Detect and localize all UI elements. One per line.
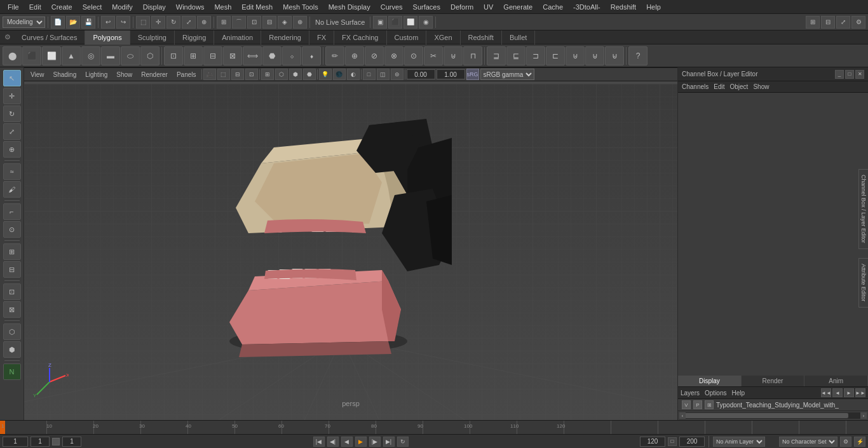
color-mgmt-btn[interactable]: sRG <box>466 69 479 80</box>
scale-value[interactable] <box>437 69 465 79</box>
tab-redshift[interactable]: Redshift <box>461 31 502 44</box>
tabs-gear[interactable]: ⚙ <box>1 31 14 44</box>
layers-menu[interactable]: Layers <box>681 390 700 397</box>
menu-edit[interactable]: Edit <box>24 2 46 12</box>
snap-view[interactable]: ⊟ <box>262 16 276 29</box>
tab-fx-caching[interactable]: FX Caching <box>334 31 386 44</box>
menu-3dtoa[interactable]: -3DtoAll- <box>568 2 606 12</box>
skip-to-end-btn[interactable]: ▶| <box>383 437 395 447</box>
window-settings[interactable]: ⊞ <box>806 16 820 29</box>
new-scene-button[interactable]: 📄 <box>51 16 65 29</box>
layer-nav-prev-prev[interactable]: ◄◄ <box>821 388 831 397</box>
rotate-tool-btn[interactable]: ↻ <box>3 105 21 122</box>
shelf-wedge[interactable]: ⊓ <box>463 46 482 65</box>
tab-rendering[interactable]: Rendering <box>261 31 309 44</box>
frame-selected[interactable]: ⊡ <box>245 69 258 80</box>
shelf-cut[interactable]: ✂ <box>424 46 443 65</box>
shelf-fill[interactable]: ⬦ <box>282 46 301 65</box>
universal-tool[interactable]: ⊕ <box>197 16 211 29</box>
scroll-right-btn[interactable]: › <box>860 412 867 419</box>
loop-btn[interactable]: ↻ <box>397 437 409 447</box>
paint-weights-btn[interactable]: 🖌 <box>3 181 21 198</box>
redo-button[interactable]: ↪ <box>116 16 130 29</box>
grid-toggle[interactable]: ⊞ <box>261 69 274 80</box>
menu-cache[interactable]: Cache <box>538 2 568 12</box>
cb-expand[interactable]: □ <box>845 70 854 79</box>
shading-menu[interactable]: Shading <box>50 71 81 78</box>
view-menu[interactable]: View <box>27 71 48 78</box>
play-fwd-btn[interactable]: ▶ <box>355 437 367 447</box>
layer-visibility-v[interactable]: V <box>682 400 691 409</box>
menu-help[interactable]: Help <box>641 2 666 12</box>
camera-img-plane[interactable]: 🎥 <box>203 69 216 80</box>
render-region[interactable]: ▣ <box>373 16 387 29</box>
menu-surfaces[interactable]: Surfaces <box>408 2 445 12</box>
play-back-btn[interactable]: ◀ <box>341 437 353 447</box>
move-tool[interactable]: ✛ <box>151 16 165 29</box>
snap-point[interactable]: ⊡ <box>247 16 261 29</box>
layer-name-label[interactable]: Typodont_Teaching_Studying_Model_with_ <box>716 402 864 409</box>
cb-collapse[interactable]: _ <box>835 70 844 79</box>
menu-windows[interactable]: Windows <box>171 2 210 12</box>
render-tab[interactable]: Render <box>742 376 805 386</box>
ao-toggle[interactable]: ◐ <box>347 69 360 80</box>
layer-nav-next-next[interactable]: ►► <box>855 388 865 397</box>
toggle-attr-btn[interactable]: ⊟ <box>3 261 21 278</box>
shelf-insert-edge[interactable]: ⊕ <box>345 46 364 65</box>
shelf-cone[interactable]: ▲ <box>62 46 81 65</box>
shelf-slide-edge[interactable]: ⊏ <box>546 46 565 65</box>
fullscreen[interactable]: ⤢ <box>836 16 850 29</box>
attribute-editor-side-tab[interactable]: Attribute Editor <box>858 258 868 308</box>
layer-visibility-p[interactable]: P <box>693 400 702 409</box>
menu-redshift[interactable]: Redshift <box>606 2 641 12</box>
anim-layer-dropdown-btn[interactable] <box>768 437 776 446</box>
shelf-disc[interactable]: ⬭ <box>121 46 140 65</box>
step-back-btn[interactable]: ◀| <box>327 437 339 447</box>
wireframe-btn[interactable]: ⬡ <box>275 69 288 80</box>
menu-file[interactable]: File <box>3 2 24 12</box>
save-scene-button[interactable]: 💾 <box>81 16 95 29</box>
channel-box-side-tab[interactable]: Channel Box / Layer Editor <box>858 169 868 249</box>
select-tool-btn[interactable]: ↖ <box>3 70 21 86</box>
film-gate[interactable]: ◫ <box>377 69 390 80</box>
playback-settings[interactable]: ⚡ <box>854 437 865 447</box>
anim-tab[interactable]: Anim <box>804 376 868 386</box>
shelf-relax[interactable]: ⊎ <box>566 46 585 65</box>
tab-animation[interactable]: Animation <box>214 31 261 44</box>
lasso-select-btn[interactable]: ⌐ <box>3 203 21 220</box>
window-layout[interactable]: ⊟ <box>821 16 835 29</box>
menu-mesh[interactable]: Mesh <box>209 2 236 12</box>
frame-current-input[interactable] <box>31 437 50 447</box>
tab-polygons[interactable]: Polygons <box>85 31 130 44</box>
component-mode-btn[interactable]: ⬡ <box>3 323 21 340</box>
shelf-split[interactable]: ⊎ <box>444 46 463 65</box>
shelf-target-weld[interactable]: ⊐ <box>526 46 545 65</box>
shelf-question[interactable]: ? <box>628 46 648 65</box>
shelf-extrude[interactable]: ⬧ <box>302 46 321 65</box>
shelf-soft-mod[interactable]: ⊌ <box>605 46 624 65</box>
tab-fx[interactable]: FX <box>309 31 334 44</box>
shelf-combine[interactable]: ⊟ <box>203 46 222 65</box>
field-chart[interactable]: ⊜ <box>391 69 403 80</box>
soft-select-btn[interactable]: ≈ <box>3 163 21 180</box>
snap-mid[interactable]: ⊕ <box>293 16 307 29</box>
panels-menu[interactable]: Panels <box>173 71 200 78</box>
shelf-pipe[interactable]: ⬣ <box>262 46 281 65</box>
skip-to-start-btn[interactable]: |◀ <box>313 437 325 447</box>
display-tab[interactable]: Display <box>678 376 742 386</box>
scale-tool[interactable]: ⤢ <box>182 16 196 29</box>
color-space-select[interactable]: sRGB gamma <box>480 69 534 80</box>
open-scene-button[interactable]: 📂 <box>66 16 80 29</box>
tab-rigging[interactable]: Rigging <box>175 31 214 44</box>
menu-edit-mesh[interactable]: Edit Mesh <box>236 2 278 12</box>
char-set-settings[interactable]: ⚙ <box>840 437 851 447</box>
menu-select[interactable]: Select <box>78 2 107 12</box>
tab-custom[interactable]: Custom <box>387 31 427 44</box>
shadows[interactable]: 🌑 <box>333 69 346 80</box>
object-menu[interactable]: Object <box>730 83 749 90</box>
range-end-input[interactable] <box>679 437 705 447</box>
step-fwd-btn[interactable]: |▶ <box>369 437 381 447</box>
frame-all[interactable]: ⊟ <box>231 69 244 80</box>
cb-close[interactable]: ✕ <box>855 70 864 79</box>
renderer-menu[interactable]: Renderer <box>137 71 172 78</box>
